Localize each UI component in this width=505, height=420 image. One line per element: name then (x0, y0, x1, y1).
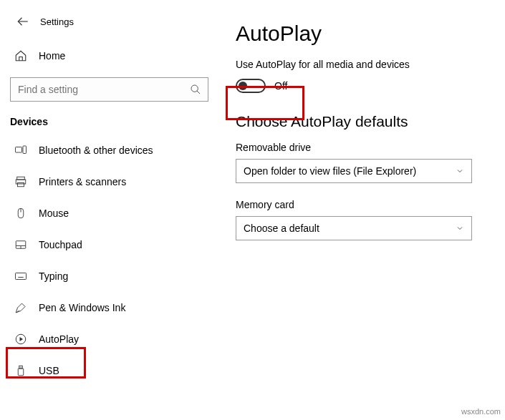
svg-marker-20 (20, 337, 24, 341)
home-nav[interactable]: Home (0, 41, 218, 70)
dropdown-value: Open folder to view files (File Explorer… (244, 165, 416, 177)
sidebar-item-usb[interactable]: USB (0, 355, 218, 386)
home-icon (13, 48, 29, 64)
defaults-title: Choose AutoPlay defaults (236, 113, 488, 130)
svg-rect-22 (19, 366, 23, 368)
sidebar-item-touchpad[interactable]: Touchpad (0, 229, 218, 260)
back-button[interactable] (13, 11, 33, 31)
sidebar-item-typing[interactable]: Typing (0, 260, 218, 292)
touchpad-icon (13, 237, 29, 253)
sidebar-item-label: AutoPlay (39, 333, 79, 345)
search-wrap (10, 77, 208, 102)
sidebar-item-label: Bluetooth & other devices (39, 145, 153, 156)
use-autoplay-label: Use AutoPlay for all media and devices (236, 59, 488, 70)
memory-card-dropdown[interactable]: Choose a default (236, 216, 472, 240)
sidebar-item-printers[interactable]: Printers & scanners (0, 166, 218, 197)
svg-rect-5 (17, 177, 25, 180)
sidebar-item-label: USB (39, 365, 59, 376)
usb-icon (13, 363, 29, 379)
sidebar-item-label: Touchpad (39, 239, 82, 250)
sidebar-item-label: Printers & scanners (39, 176, 126, 187)
toggle-knob (239, 82, 247, 90)
svg-rect-13 (16, 273, 27, 280)
svg-rect-3 (16, 147, 22, 153)
sidebar: Settings Home Devices (0, 0, 218, 420)
sidebar-item-bluetooth[interactable]: Bluetooth & other devices (0, 135, 218, 166)
keyboard-icon (13, 268, 29, 284)
autoplay-icon (13, 331, 29, 347)
search-input[interactable] (10, 77, 208, 102)
chevron-down-icon (456, 224, 464, 233)
main-content: AutoPlay Use AutoPlay for all media and … (218, 0, 505, 420)
page-title: AutoPlay (236, 21, 488, 46)
mouse-icon (13, 205, 29, 221)
toggle-state-label: Off (274, 80, 287, 92)
svg-rect-7 (18, 183, 24, 187)
pen-icon (13, 300, 29, 316)
window-header: Settings (0, 7, 218, 36)
back-arrow-icon (16, 15, 29, 28)
sidebar-item-pen[interactable]: Pen & Windows Ink (0, 292, 218, 323)
sidebar-item-mouse[interactable]: Mouse (0, 197, 218, 229)
watermark: wsxdn.com (461, 407, 501, 416)
sidebar-item-label: Typing (39, 270, 68, 282)
sidebar-item-label: Mouse (39, 207, 69, 219)
svg-rect-4 (23, 146, 27, 154)
chevron-down-icon (456, 167, 464, 175)
toggle-row: Off (236, 79, 488, 93)
devices-icon (13, 142, 29, 158)
memory-card-label: Memory card (236, 199, 488, 210)
section-header: Devices (0, 102, 218, 135)
removable-drive-label: Removable drive (236, 142, 488, 153)
printer-icon (13, 174, 29, 190)
settings-title: Settings (40, 16, 74, 27)
autoplay-toggle[interactable] (236, 79, 266, 93)
removable-drive-dropdown[interactable]: Open folder to view files (File Explorer… (236, 159, 472, 183)
sidebar-item-autoplay[interactable]: AutoPlay (0, 323, 218, 355)
sidebar-item-label: Pen & Windows Ink (39, 302, 125, 313)
home-label: Home (39, 50, 65, 62)
svg-rect-21 (18, 368, 24, 376)
dropdown-value: Choose a default (244, 223, 319, 234)
